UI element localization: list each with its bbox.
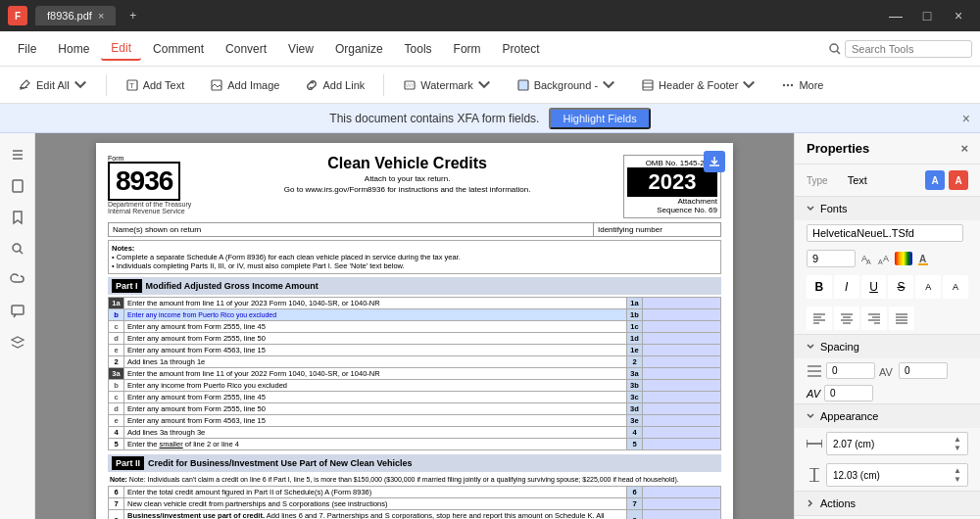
table-row: b Enter any income from Puerto Rico you … <box>109 309 721 321</box>
svg-line-20 <box>20 251 23 254</box>
italic-button[interactable]: I <box>834 275 859 299</box>
sidebar-nav-icon[interactable] <box>4 141 31 168</box>
add-link-button[interactable]: Add Link <box>294 73 375 97</box>
height-value[interactable]: 12.03 (cm) ▲ ▼ <box>826 463 968 487</box>
font-size-input[interactable] <box>807 250 856 267</box>
align-justify-button[interactable] <box>889 307 914 330</box>
menu-convert[interactable]: Convert <box>216 38 276 60</box>
font-name-select[interactable]: HelveticaNeueL.TSfd <box>807 224 963 242</box>
appearance-label: Appearance <box>820 410 878 422</box>
menu-edit[interactable]: Edit <box>101 37 141 61</box>
superscript-button[interactable]: A <box>915 275 941 299</box>
menu-tools[interactable]: Tools <box>395 38 442 60</box>
background-button[interactable]: Background - <box>506 73 626 97</box>
width-value[interactable]: 2.07 (cm) ▲ ▼ <box>826 432 968 455</box>
table-row: c Enter any amount from Form 2555, line … <box>109 392 721 403</box>
fonts-section-header[interactable]: Fonts <box>795 197 980 220</box>
notes-label: Notes: <box>112 244 134 253</box>
watermark-button[interactable]: Wm Watermark <box>392 73 501 97</box>
subscript-button[interactable]: A <box>943 275 968 299</box>
document-area[interactable]: Form 8936 Department of the Treasury Int… <box>35 133 794 519</box>
menu-comment[interactable]: Comment <box>143 38 214 60</box>
appearance-section-header[interactable]: Appearance <box>795 404 980 428</box>
notification-bar: This document contains XFA form fields. … <box>0 104 980 133</box>
edit-all-button[interactable]: Edit All <box>8 73 98 97</box>
menu-organize[interactable]: Organize <box>325 38 393 60</box>
close-button[interactable]: × <box>945 6 972 25</box>
app-logo: F <box>8 6 27 25</box>
menu-home[interactable]: Home <box>48 38 99 60</box>
part2-label: Part II <box>112 456 144 470</box>
document-page: Form 8936 Department of the Treasury Int… <box>96 143 733 519</box>
sidebar-layers-icon[interactable] <box>4 329 31 356</box>
ssn-label: Identifying number <box>598 225 662 234</box>
strikethrough-button[interactable]: S <box>888 275 913 299</box>
minimize-button[interactable]: — <box>882 6 909 25</box>
highlight-fields-button[interactable]: Highlight Fields <box>549 108 650 129</box>
ssn-cell: Identifying number <box>593 223 720 236</box>
close-tab-icon[interactable]: × <box>98 10 104 22</box>
table-row: e Enter any amount from Form 4563, line … <box>109 415 721 427</box>
sidebar-attachment-icon[interactable] <box>4 266 31 294</box>
more-button[interactable]: More <box>770 73 834 97</box>
font-shrink-icon: AA <box>877 252 891 265</box>
menu-file[interactable]: File <box>8 38 46 60</box>
letter-spacing-input[interactable] <box>899 362 948 379</box>
font-select-row: HelveticaNeueL.TSfd <box>795 220 980 246</box>
maximize-button[interactable]: □ <box>913 6 941 25</box>
bold-button[interactable]: B <box>807 275 832 299</box>
font-grow-icon: AA <box>859 252 873 265</box>
actions-section: Actions <box>795 492 980 516</box>
sidebar-bookmark-icon[interactable] <box>4 204 31 231</box>
notification-text: This document contains XFA form fields. <box>329 112 539 125</box>
actions-section-header[interactable]: Actions <box>795 492 980 515</box>
download-button[interactable] <box>704 151 725 172</box>
font-size-row: AA AA A <box>795 246 980 271</box>
chevron-down-icon4 <box>742 78 756 92</box>
menu-protect[interactable]: Protect <box>493 38 550 60</box>
table-row: 1a Enter the amount from line 11 of your… <box>109 298 721 309</box>
title-tab[interactable]: f8936.pdf × <box>35 6 116 25</box>
svg-text:T: T <box>129 81 134 90</box>
sidebar-comment-icon[interactable] <box>4 298 31 325</box>
av-spacing-input[interactable] <box>824 385 873 401</box>
form-title-area: Clean Vehicle Credits Attach to your tax… <box>191 155 623 194</box>
svg-point-0 <box>830 44 838 52</box>
spacing-section-header[interactable]: Spacing <box>795 335 980 358</box>
sidebar-pages-icon[interactable] <box>4 172 31 200</box>
note2: • Individuals completing Parts II, III, … <box>112 261 717 270</box>
menu-view[interactable]: View <box>278 38 323 60</box>
add-image-button[interactable]: Add Image <box>199 73 290 97</box>
line-spacing-icon <box>807 364 822 378</box>
align-left-button[interactable] <box>807 307 832 330</box>
new-tab-button[interactable]: + <box>123 9 142 23</box>
search-tools-input[interactable] <box>845 40 972 58</box>
align-right-button[interactable] <box>861 307 887 330</box>
watermark-icon: Wm <box>403 78 416 92</box>
table-row: b Enter any income from Puerto Rico you … <box>109 380 721 392</box>
header-footer-button[interactable]: Header & Footer <box>630 73 766 97</box>
table-row: e Enter any amount from Form 4563, line … <box>109 345 721 356</box>
table-row: 8 Business/investment use part of credit… <box>109 510 721 520</box>
align-center-button[interactable] <box>834 307 859 330</box>
underline-button[interactable]: U <box>861 275 887 299</box>
sidebar-search-icon[interactable] <box>4 235 31 262</box>
line-spacing-input[interactable] <box>826 362 875 379</box>
add-text-button[interactable]: T Add Text <box>115 73 196 97</box>
menu-bar: File Home Edit Comment Convert View Orga… <box>0 31 980 67</box>
header-footer-icon <box>641 78 655 92</box>
type-icon-b: A <box>949 170 968 190</box>
svg-point-19 <box>13 244 21 252</box>
name-cell: Name(s) shown on return <box>109 223 593 236</box>
table-row: 2 Add lines 1a through 1e 2 <box>109 356 721 368</box>
notification-close[interactable]: × <box>962 111 970 126</box>
irs-label: Internal Revenue Service <box>108 208 191 214</box>
part2-note: Note: Note: Individuals can't claim a cr… <box>108 474 721 485</box>
sequence-label: Sequence No. 69 <box>627 206 717 214</box>
color-picker-icon[interactable] <box>895 252 912 265</box>
part1-label: Part I <box>112 279 142 293</box>
toolbar-sep2 <box>383 74 384 96</box>
close-properties-button[interactable]: × <box>960 141 968 156</box>
menu-form[interactable]: Form <box>444 38 491 60</box>
svg-point-12 <box>783 83 785 85</box>
